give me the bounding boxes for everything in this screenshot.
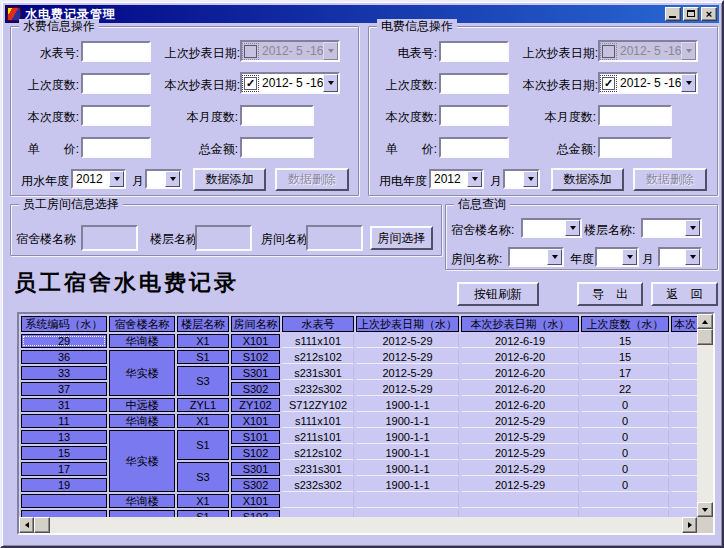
scroll-up-button[interactable] (697, 314, 713, 329)
table-cell[interactable]: 0 (581, 398, 669, 412)
maximize-button[interactable] (683, 7, 699, 21)
water-unit-price-input[interactable] (81, 137, 151, 158)
table-cell[interactable]: 1900-1-1 (356, 478, 459, 492)
table-cell[interactable]: S3 (177, 462, 229, 492)
table-cell[interactable]: 17 (21, 462, 107, 476)
chevron-down-icon[interactable] (681, 74, 696, 92)
table-cell[interactable]: X101 (231, 414, 280, 428)
table-cell[interactable] (671, 398, 699, 412)
table-cell[interactable]: 13 (21, 430, 107, 444)
query-building-combo[interactable] (521, 218, 582, 238)
table-cell[interactable]: 中远楼 (109, 398, 175, 412)
export-button[interactable]: 导 出 (577, 282, 643, 306)
table-cell[interactable]: 2012-5-29 (461, 478, 579, 492)
table-cell[interactable]: 17 (581, 366, 669, 380)
table-cell[interactable]: 2012-6-20 (461, 398, 579, 412)
chevron-down-icon[interactable] (523, 171, 538, 187)
return-button[interactable]: 返 回 (651, 282, 718, 306)
electric-curr-reading-input[interactable] (439, 105, 509, 126)
chevron-down-icon[interactable] (622, 249, 637, 265)
table-cell[interactable]: S301 (231, 366, 280, 380)
table-cell[interactable]: 1900-1-1 (356, 430, 459, 444)
electric-prev-date-picker[interactable]: 2012- 5 -16 (598, 40, 698, 62)
table-cell[interactable] (671, 494, 699, 508)
table-cell[interactable]: s231s301 (282, 366, 354, 380)
table-cell[interactable] (461, 494, 579, 508)
table-cell[interactable]: 2012-5-29 (461, 414, 579, 428)
electric-month-combo[interactable] (503, 169, 540, 189)
vertical-scrollbar[interactable] (697, 314, 713, 517)
table-cell[interactable]: 33 (21, 366, 107, 380)
table-cell[interactable]: 2012-5-29 (356, 334, 459, 348)
table-cell[interactable]: S712ZY102 (282, 398, 354, 412)
table-cell[interactable] (671, 366, 699, 380)
table-cell[interactable]: s211s101 (282, 430, 354, 444)
table-cell[interactable]: S301 (231, 462, 280, 476)
minimize-button[interactable] (665, 7, 681, 21)
query-floor-combo[interactable] (641, 218, 702, 238)
table-cell[interactable]: 华询楼 (109, 414, 175, 428)
table-cell[interactable] (671, 350, 699, 364)
table-cell[interactable]: 36 (21, 350, 107, 364)
table-cell[interactable]: 15 (21, 446, 107, 460)
electric-meter-input[interactable] (439, 41, 509, 62)
chevron-down-icon[interactable] (323, 74, 338, 92)
electric-add-data-button[interactable]: 数据添加 (551, 168, 624, 191)
water-curr-date-checkbox[interactable]: ✓ (244, 77, 257, 90)
query-room-combo[interactable] (508, 247, 564, 267)
chevron-down-icon[interactable] (681, 42, 696, 60)
water-prev-date-checkbox[interactable] (244, 45, 257, 58)
water-curr-reading-input[interactable] (81, 105, 151, 126)
table-cell[interactable] (671, 334, 699, 348)
table-cell[interactable]: S1 (177, 350, 229, 364)
table-cell[interactable]: 2012-5-29 (461, 430, 579, 444)
water-month-reading-input[interactable] (240, 105, 314, 126)
table-cell[interactable]: 2012-5-29 (356, 382, 459, 396)
table-cell[interactable]: 1900-1-1 (356, 398, 459, 412)
water-delete-data-button[interactable]: 数据删除 (275, 168, 349, 191)
table-cell[interactable]: S102 (231, 446, 280, 460)
table-cell[interactable]: 15 (581, 334, 669, 348)
table-cell[interactable]: 1900-1-1 (356, 446, 459, 460)
horizontal-scroll-thumb[interactable] (34, 517, 50, 533)
table-cell[interactable]: 2012-5-29 (461, 462, 579, 476)
table-cell[interactable]: s111x101 (282, 414, 354, 428)
electric-curr-date-picker[interactable]: ✓ 2012- 5 -16 (598, 72, 698, 94)
water-year-combo[interactable]: 2012 (71, 169, 126, 189)
electric-year-combo[interactable]: 2012 (429, 169, 484, 189)
water-month-combo[interactable] (145, 169, 182, 189)
close-button[interactable]: × (701, 7, 717, 21)
query-month-combo[interactable] (658, 247, 702, 267)
electric-delete-data-button[interactable]: 数据删除 (633, 168, 707, 191)
chevron-down-icon[interactable] (685, 220, 700, 236)
table-cell[interactable]: 0 (581, 446, 669, 460)
table-cell[interactable]: s212s102 (282, 350, 354, 364)
table-cell[interactable]: 华询楼 (109, 494, 175, 508)
room-select-floor-input[interactable] (195, 225, 252, 251)
table-cell[interactable]: 1900-1-1 (356, 414, 459, 428)
electric-prev-reading-input[interactable] (439, 73, 509, 94)
electric-unit-price-input[interactable] (439, 137, 509, 158)
table-cell[interactable]: s232s302 (282, 382, 354, 396)
query-year-combo[interactable] (595, 247, 639, 267)
table-cell[interactable] (282, 494, 354, 508)
table-cell[interactable]: s231s301 (282, 462, 354, 476)
room-select-building-input[interactable] (81, 225, 138, 251)
horizontal-scrollbar[interactable] (19, 517, 697, 533)
water-curr-date-picker[interactable]: ✓ 2012- 5 -16 (240, 72, 340, 94)
room-select-button[interactable]: 房间选择 (370, 226, 433, 250)
table-cell[interactable]: 2012-6-20 (461, 350, 579, 364)
table-cell[interactable]: 1900-1-1 (356, 462, 459, 476)
scroll-down-button[interactable] (697, 502, 713, 517)
table-cell[interactable]: ZYL1 (177, 398, 229, 412)
table-cell[interactable]: 0 (581, 462, 669, 476)
table-cell[interactable] (671, 446, 699, 460)
electric-total-input[interactable] (598, 137, 672, 158)
table-cell[interactable]: 29 (21, 334, 107, 348)
water-prev-date-picker[interactable]: 2012- 5 -16 (240, 40, 340, 62)
table-cell[interactable] (581, 494, 669, 508)
table-cell[interactable]: S302 (231, 382, 280, 396)
table-cell[interactable]: 2012-5-29 (356, 350, 459, 364)
chevron-down-icon[interactable] (109, 171, 124, 187)
title-bar[interactable]: 水电费记录管理 × (5, 5, 719, 23)
